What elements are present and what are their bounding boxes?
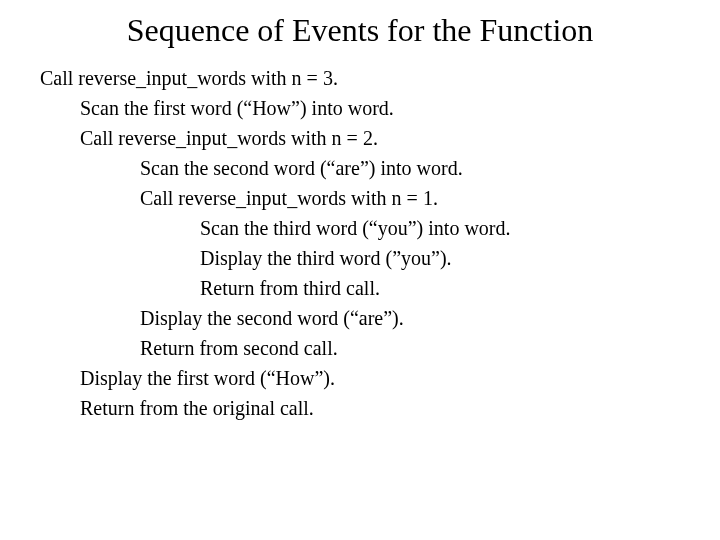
event-list: Call reverse_input_words with n = 3. Sca… bbox=[40, 63, 680, 423]
slide: Sequence of Events for the Function Call… bbox=[0, 0, 720, 540]
list-item: Call reverse_input_words with n = 3. bbox=[40, 63, 680, 93]
list-item: Scan the first word (“How”) into word. bbox=[40, 93, 680, 123]
list-item: Display the second word (“are”). bbox=[40, 303, 680, 333]
list-item: Scan the second word (“are”) into word. bbox=[40, 153, 680, 183]
list-item: Display the first word (“How”). bbox=[40, 363, 680, 393]
list-item: Return from second call. bbox=[40, 333, 680, 363]
list-item: Return from the original call. bbox=[40, 393, 680, 423]
list-item: Call reverse_input_words with n = 1. bbox=[40, 183, 680, 213]
page-title: Sequence of Events for the Function bbox=[40, 12, 680, 49]
list-item: Call reverse_input_words with n = 2. bbox=[40, 123, 680, 153]
list-item: Display the third word (”you”). bbox=[40, 243, 680, 273]
list-item: Scan the third word (“you”) into word. bbox=[40, 213, 680, 243]
list-item: Return from third call. bbox=[40, 273, 680, 303]
